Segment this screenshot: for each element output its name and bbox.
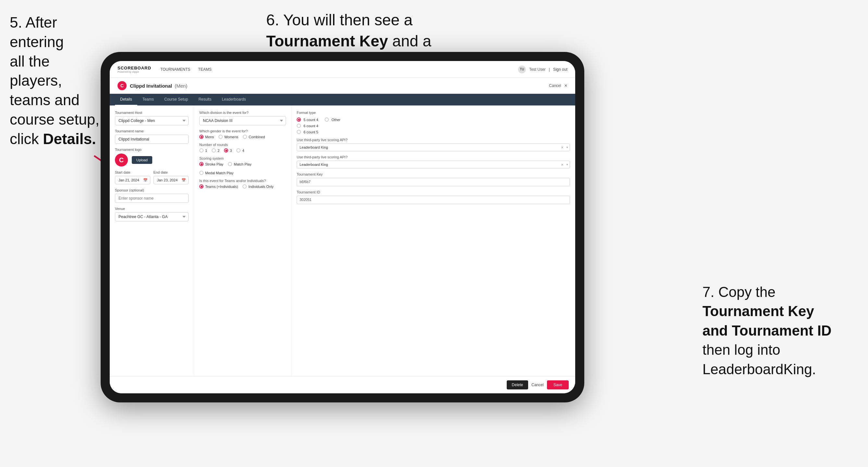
logo-upload-area: C Upload — [115, 154, 189, 166]
format-6count5[interactable]: 6 count 5 — [297, 130, 318, 134]
save-button[interactable]: Save — [547, 380, 569, 390]
scoring-medal-match[interactable]: Medal Match Play — [199, 171, 234, 175]
start-date-wrap: 📅 — [115, 176, 150, 184]
api1-label: Use third-party live scoring API? — [297, 138, 570, 142]
teams-plus-individuals[interactable]: Teams (+Individuals) — [199, 184, 238, 189]
end-date-label: End date — [154, 170, 189, 174]
tab-teams[interactable]: Teams — [137, 94, 159, 105]
format-type-label: Format type — [297, 111, 570, 115]
tournament-host-label: Tournament Host — [115, 111, 189, 115]
api1-clear-icon[interactable]: ✕ — [561, 146, 563, 149]
cancel-area[interactable]: Cancel ✕ — [549, 84, 567, 88]
format-other-dot — [324, 118, 329, 122]
individuals-radio-dot — [243, 184, 247, 189]
scoring-stroke-dot — [199, 162, 204, 166]
format-5count4-dot — [297, 118, 301, 122]
tournament-key-value: b6f6b7 — [297, 178, 570, 186]
tournament-title: Clippd Invitational (Men) — [130, 83, 187, 89]
format-6count4[interactable]: 6 count 4 — [297, 124, 318, 128]
end-date-wrap: 📅 — [154, 176, 189, 184]
logo-subtitle: Powered by clippd — [118, 70, 151, 73]
api1-chevron-icon: ▾ — [566, 146, 568, 149]
nav-separator: | — [549, 67, 550, 72]
gender-label: Which gender is the event for? — [199, 129, 286, 133]
form-col-left: Tournament Host Clippd College - Men Tou… — [110, 105, 194, 376]
start-date-label: Start date — [115, 170, 150, 174]
c-logo-icon: C — [118, 81, 127, 90]
gender-womens[interactable]: Womens — [218, 135, 238, 139]
division-select[interactable]: NCAA Division III — [199, 116, 286, 125]
format-6count5-dot — [297, 130, 301, 134]
logo-area: SCOREBOARD Powered by clippd — [118, 66, 151, 73]
gender-mens[interactable]: Mens — [199, 135, 214, 139]
nav-tournaments[interactable]: TOURNAMENTS — [160, 67, 190, 72]
format-other-list: Other — [324, 118, 341, 122]
scoring-match-dot — [228, 162, 232, 166]
format-other[interactable]: Other — [324, 118, 341, 122]
gender-combined[interactable]: Combined — [243, 135, 265, 139]
scoring-label: Scoring system — [199, 156, 286, 160]
round-1[interactable]: 1 — [199, 148, 207, 153]
round-4-dot — [236, 148, 241, 153]
format-list: 5 count 4 6 count 4 6 count 5 — [297, 118, 318, 134]
round-2[interactable]: 2 — [212, 148, 219, 153]
delete-button[interactable]: Delete — [507, 380, 528, 390]
gender-radio-group: Mens Womens Combined — [199, 135, 286, 139]
tournament-key-label: Tournament Key — [297, 172, 570, 176]
round-1-dot — [199, 148, 204, 153]
end-date-calendar-icon: 📅 — [182, 178, 186, 182]
footer-cancel-button[interactable]: Cancel — [531, 383, 544, 387]
tablet-screen: SCOREBOARD Powered by clippd TOURNAMENTS… — [110, 61, 575, 393]
teams-radio-dot — [199, 184, 204, 189]
format-5count4[interactable]: 5 count 4 — [297, 118, 318, 122]
end-date-field: End date 📅 — [154, 170, 189, 184]
content-area: Tournament Host Clippd College - Men Tou… — [110, 105, 575, 376]
annotation-bottom-right: 7. Copy theTournament Keyand Tournament … — [703, 282, 858, 379]
teams-radio-group: Teams (+Individuals) Individuals Only — [199, 184, 286, 189]
tab-leaderboards[interactable]: Leaderboards — [217, 94, 251, 105]
scoring-stroke[interactable]: Stroke Play — [199, 162, 223, 166]
round-4[interactable]: 4 — [236, 148, 244, 153]
round-3-dot — [224, 148, 228, 153]
api2-clear-icon[interactable]: ✕ — [561, 163, 563, 166]
sub-header-left: C Clippd Invitational (Men) — [118, 81, 187, 90]
nav-right: TU Test User | Sign out — [518, 66, 567, 73]
tournament-name-label: Tournament name — [115, 129, 189, 133]
scoring-match[interactable]: Match Play — [228, 162, 251, 166]
logo-c-icon: C — [115, 154, 128, 166]
tournament-id-value: 302051 — [297, 196, 570, 204]
rounds-label: Number of rounds — [199, 143, 286, 147]
api1-select[interactable]: Leaderboard King — [297, 144, 570, 151]
sponsor-label: Sponsor (optional) — [115, 188, 189, 192]
form-col-right: Format type 5 count 4 6 count 4 — [291, 105, 575, 376]
tournament-id-label: Tournament ID — [297, 190, 570, 194]
tablet-frame: SCOREBOARD Powered by clippd TOURNAMENTS… — [101, 52, 584, 402]
tab-course-setup[interactable]: Course Setup — [159, 94, 193, 105]
api2-label: Use third-party live scoring API? — [297, 155, 570, 159]
scoring-medal-dot — [199, 171, 204, 175]
upload-button[interactable]: Upload — [132, 156, 152, 164]
tournament-logo-label: Tournament logo — [115, 148, 189, 152]
start-date-field: Start date 📅 — [115, 170, 150, 184]
form-footer: Delete Cancel Save — [110, 376, 575, 393]
tournament-name-input[interactable] — [115, 135, 189, 144]
venue-select[interactable]: Peachtree GC - Atlanta - GA — [115, 212, 189, 221]
annotation-left-text: 5. After enteringall the players,teams a… — [10, 14, 99, 147]
gender-womens-dot — [218, 135, 223, 139]
tabs-bar: Details Teams Course Setup Results Leade… — [110, 94, 575, 105]
tab-details[interactable]: Details — [115, 94, 137, 105]
sub-header: C Clippd Invitational (Men) Cancel ✕ — [110, 78, 575, 94]
round-3[interactable]: 3 — [224, 148, 232, 153]
gender-combined-dot — [243, 135, 247, 139]
tab-results[interactable]: Results — [193, 94, 217, 105]
sign-out-link[interactable]: Sign out — [553, 67, 567, 72]
api2-select[interactable]: Leaderboard King — [297, 161, 570, 168]
individuals-only[interactable]: Individuals Only — [243, 184, 274, 189]
tournament-host-select[interactable]: Clippd College - Men — [115, 116, 189, 125]
annotation-bottom-right-text: 7. Copy theTournament Keyand Tournament … — [703, 284, 832, 377]
nav-teams[interactable]: TEAMS — [198, 67, 211, 72]
user-avatar: TU — [518, 66, 526, 73]
api1-select-wrap: Leaderboard King ✕ ▾ — [297, 144, 570, 151]
sponsor-input[interactable] — [115, 194, 189, 203]
division-label: Which division is the event for? — [199, 111, 286, 115]
